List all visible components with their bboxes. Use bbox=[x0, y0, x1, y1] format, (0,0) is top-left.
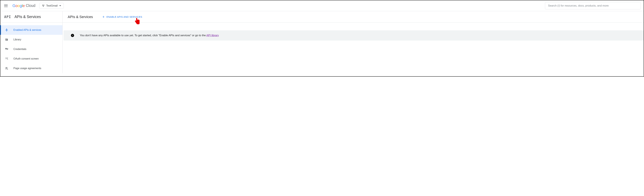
sidebar-item-label: Enabled APIs & services bbox=[14, 28, 41, 32]
cloud-label: Cloud bbox=[26, 4, 35, 8]
sub-header: API APIs & Services APIs & Services + EN… bbox=[0, 11, 644, 23]
sidebar-item-label: Credentials bbox=[14, 48, 26, 50]
sidebar-item-label: Library bbox=[14, 38, 21, 41]
sidebar-item-label: Page usage agreements bbox=[14, 67, 41, 70]
page-title: APIs & Services bbox=[68, 15, 93, 19]
banner-text: You don't have any APIs available to use… bbox=[80, 34, 219, 37]
svg-rect-8 bbox=[6, 67, 8, 68]
sidebar-item-enabled-apis[interactable]: Enabled APIs & services bbox=[0, 25, 62, 35]
library-icon bbox=[5, 38, 8, 42]
sidebar-item-credentials[interactable]: Credentials bbox=[0, 44, 62, 54]
svg-point-4 bbox=[6, 58, 7, 58]
info-banner: i You don't have any APIs available to u… bbox=[64, 30, 644, 40]
menu-icon[interactable] bbox=[3, 3, 8, 8]
api-library-link[interactable]: API library bbox=[206, 34, 219, 37]
chevron-down-icon bbox=[59, 5, 61, 6]
enable-apis-button[interactable]: + ENABLE APIS AND SERVICES bbox=[102, 15, 142, 19]
svg-point-6 bbox=[6, 58, 6, 59]
svg-rect-9 bbox=[6, 68, 8, 68]
svg-point-1 bbox=[44, 5, 44, 6]
search-input[interactable] bbox=[545, 2, 641, 10]
body-layout: Enabled APIs & services Library Credenti… bbox=[0, 23, 644, 73]
main-header: APIs & Services + ENABLE APIS AND SERVIC… bbox=[62, 11, 644, 22]
svg-point-2 bbox=[43, 6, 44, 6]
plus-icon: + bbox=[102, 15, 104, 19]
sidebar-nav: Enabled APIs & services Library Credenti… bbox=[0, 23, 62, 73]
agreements-icon bbox=[5, 66, 8, 70]
project-dots-icon bbox=[42, 4, 45, 7]
sidebar-item-oauth-consent[interactable]: OAuth consent screen bbox=[0, 54, 62, 64]
project-picker[interactable]: TestGmail bbox=[39, 3, 64, 8]
sidebar-item-library[interactable]: Library bbox=[0, 35, 62, 44]
sidebar-item-page-agreements[interactable]: Page usage agreements bbox=[0, 64, 62, 73]
svg-point-3 bbox=[6, 58, 6, 58]
svg-rect-10 bbox=[6, 69, 7, 69]
consent-icon bbox=[5, 57, 8, 61]
api-icon: API bbox=[4, 15, 11, 19]
svg-point-7 bbox=[6, 58, 7, 59]
enable-apis-label: ENABLE APIS AND SERVICES bbox=[106, 16, 142, 18]
google-cloud-logo[interactable]: Google Cloud bbox=[12, 4, 36, 8]
svg-point-5 bbox=[7, 58, 8, 58]
project-name: TestGmail bbox=[46, 4, 58, 7]
main-content: i You don't have any APIs available to u… bbox=[62, 23, 644, 73]
sidebar-title: APIs & Services bbox=[14, 15, 41, 19]
svg-point-0 bbox=[42, 5, 43, 6]
search-wrapper bbox=[545, 2, 641, 10]
sidebar-header: API APIs & Services bbox=[0, 11, 62, 22]
info-icon: i bbox=[71, 34, 74, 37]
top-bar: Google Cloud TestGmail bbox=[0, 0, 644, 11]
diamond-icon bbox=[5, 28, 8, 32]
key-icon bbox=[5, 47, 8, 51]
sidebar-item-label: OAuth consent screen bbox=[14, 57, 39, 60]
